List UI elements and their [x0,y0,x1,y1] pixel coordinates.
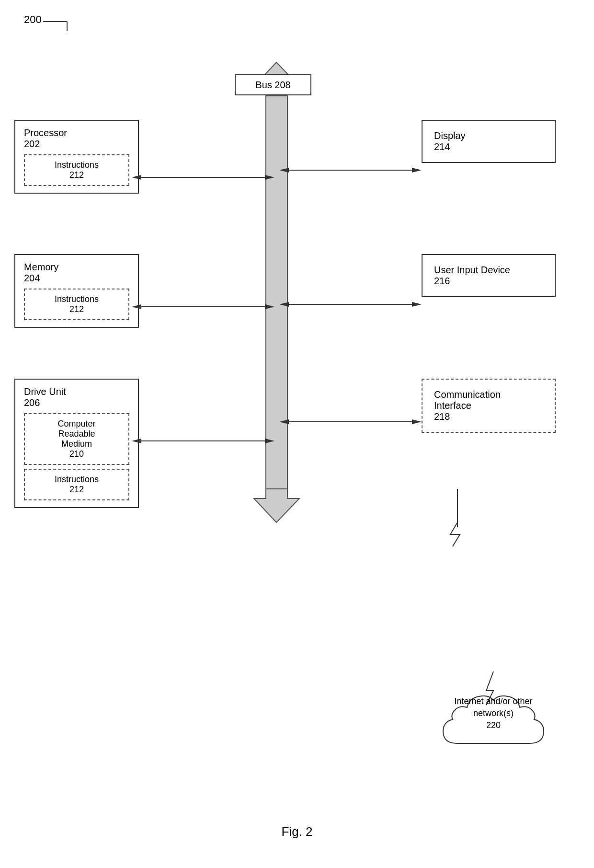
svg-marker-19 [412,302,422,307]
processor-instructions-text: Instructions212 [55,160,99,180]
fig-caption: Fig. 2 [0,824,594,839]
fig-caption-text: Fig. 2 [281,824,312,839]
processor-box: Processor202 Instructions212 [14,120,139,194]
memory-title: Memory204 [24,262,129,284]
svg-marker-10 [265,304,274,309]
drive-unit-medium-box: ComputerReadableMedium210 [24,413,129,465]
svg-marker-18 [279,302,289,307]
processor-title: Processor202 [24,127,129,150]
display-title: Display214 [434,130,466,152]
drive-unit-medium-text: ComputerReadableMedium210 [57,419,95,459]
cloud-label: Internet and/or othernetwork(s)220 [454,696,532,730]
display-box: Display214 [422,120,556,163]
bus-label-box: Bus 208 [235,74,311,95]
drive-unit-instructions-box: Instructions212 [24,469,129,500]
user-input-box: User Input Device216 [422,254,556,297]
svg-marker-13 [265,439,274,443]
cloud-text: Internet and/or othernetwork(s)220 [419,695,568,732]
figure-number: 200 [24,13,42,26]
drive-unit-box: Drive Unit206 ComputerReadableMedium210 … [14,379,139,508]
svg-marker-15 [279,168,289,173]
svg-marker-4 [254,489,299,522]
comm-interface-title: CommunicationInterface218 [434,389,501,422]
cloud-container: Internet and/or othernetwork(s)220 [419,667,568,763]
memory-instructions-box: Instructions212 [24,289,129,320]
user-input-title: User Input Device216 [434,265,510,286]
memory-box: Memory204 Instructions212 [14,254,139,328]
svg-marker-7 [265,175,274,180]
svg-rect-3 [266,96,287,489]
drive-unit-title: Drive Unit206 [24,386,129,408]
memory-instructions-text: Instructions212 [55,294,99,314]
svg-marker-21 [279,419,289,424]
comm-interface-box: CommunicationInterface218 [422,379,556,433]
diagram-container: 200 Bus 208 Processor202 Instructions212… [0,0,594,868]
processor-instructions-box: Instructions212 [24,154,129,186]
drive-unit-instructions-text: Instructions212 [55,475,99,494]
bus-label-text: Bus 208 [255,80,290,91]
svg-marker-16 [412,168,422,173]
svg-marker-22 [412,419,422,424]
